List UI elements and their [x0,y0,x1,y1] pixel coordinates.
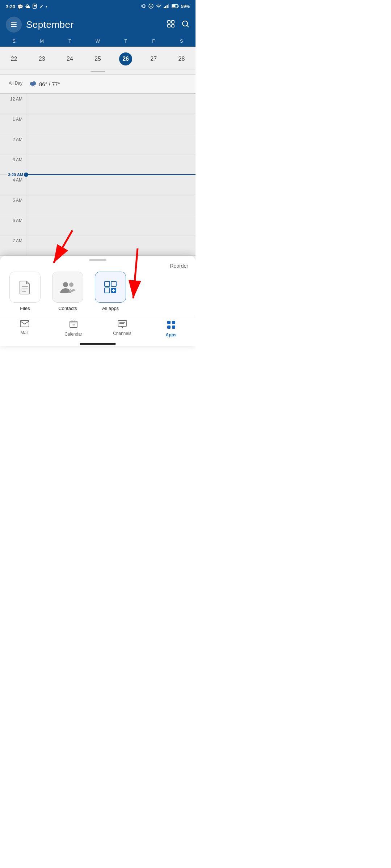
bottom-sheet: Reorder Files [0,256,196,346]
signal-icon [164,4,169,9]
grid-view-button[interactable] [167,20,175,30]
days-of-week-row: S M T W T F S [0,38,196,47]
svg-line-26 [187,25,189,27]
vibrate-icon [141,4,146,10]
svg-point-38 [69,282,73,287]
time-label-7am: 7 AM [0,235,26,255]
bottom-nav: Mail 26 Calendar [0,317,196,341]
current-time-label: 3:20 AM [0,173,26,177]
svg-rect-12 [165,6,166,8]
battery-icon [172,4,179,9]
app-contacts[interactable]: Contacts [49,272,87,311]
svg-rect-54 [167,321,171,324]
nav-calendar[interactable]: 26 Calendar [49,320,98,337]
timeslot-2am: 2 AM [0,134,196,154]
svg-rect-56 [167,326,171,329]
svg-rect-41 [105,288,110,293]
dow-friday: F [140,38,168,44]
svg-rect-21 [168,21,170,23]
allapps-label: All apps [102,306,119,311]
sheet-drag-handle[interactable] [0,256,196,263]
svg-point-37 [63,282,68,287]
date-25[interactable]: 25 [84,52,112,65]
app-allapps[interactable]: All apps [91,272,130,311]
files-label: Files [20,306,30,311]
status-time: 3:20 [6,4,15,9]
dow-monday: M [28,38,56,44]
date-22[interactable]: 22 [0,52,28,65]
weather-temp: 86° / 77° [39,81,60,87]
contacts-label: Contacts [58,306,77,311]
dow-saturday: S [168,38,196,44]
allday-row: All Day 86° / 77° [0,75,196,94]
app-files[interactable]: Files [6,272,44,311]
status-bar: 3:20 💬 🌥 ✓ ● [0,0,196,13]
dow-tuesday: T [56,38,84,44]
svg-rect-17 [178,5,178,7]
cloud-icon: 🌥 [25,4,30,9]
nav-apps[interactable]: Apps [147,320,196,337]
allapps-icon-box [95,272,126,303]
time-label-5am: 5 AM [0,195,26,215]
calendar-nav-icon: 26 [69,320,78,330]
timeslot-5am: 5 AM [0,195,196,215]
nav-mail[interactable]: Mail [0,320,49,337]
date-27[interactable]: 27 [140,52,168,65]
svg-point-25 [182,21,188,26]
channels-nav-icon [118,320,127,329]
dnd-icon [148,4,154,10]
bottom-sheet-wrapper: Reorder Files [0,256,196,346]
date-28[interactable]: 28 [168,52,196,65]
svg-rect-24 [172,25,174,27]
current-time-indicator: 3:20 AM [0,174,196,175]
timeslot-7am: 7 AM [0,235,196,256]
nav-calendar-label: Calendar [64,332,82,337]
svg-rect-13 [167,5,168,8]
date-23[interactable]: 23 [28,52,56,65]
status-left: 3:20 💬 🌥 ✓ ● [6,4,47,10]
svg-rect-22 [172,21,174,23]
timeslot-6am: 6 AM [0,215,196,235]
time-label-2am: 2 AM [0,134,26,154]
sheet-apps-row: Files Contacts [0,272,196,317]
dow-thursday: T [112,38,140,44]
dow-sunday: S [0,38,28,44]
mail-nav-icon [20,320,29,329]
time-label-6am: 6 AM [0,215,26,235]
timeslot-12am: 12 AM [0,94,196,114]
collapse-handle[interactable] [91,71,105,72]
nav-mail-label: Mail [20,330,28,335]
files-icon-box [9,272,41,303]
timeslot-3am: 3 AM [0,154,196,175]
status-right: 59% [141,4,190,10]
allday-label: All Day [0,75,26,86]
month-title: September [26,19,162,30]
contacts-icon-box [52,272,83,303]
date-24[interactable]: 24 [56,52,84,65]
date-26-today[interactable]: 26 [112,52,140,65]
svg-text:26: 26 [72,324,75,327]
svg-rect-51 [118,320,127,326]
notification-dot: ● [46,5,47,8]
svg-rect-55 [172,321,175,324]
timeslot-4am: 4 AM [0,175,196,195]
apps-nav-icon [167,320,176,331]
current-time-line [26,174,196,175]
time-label-4am: 4 AM [0,175,26,195]
time-label-3am: 3 AM [0,154,26,174]
calendar-header: September [0,13,196,38]
nav-channels[interactable]: Channels [98,320,147,337]
sim-icon [32,4,37,10]
reorder-button[interactable]: Reorder [0,263,196,272]
svg-rect-14 [168,4,169,8]
menu-button[interactable] [6,17,22,33]
svg-rect-39 [105,281,110,286]
home-indicator [0,341,196,346]
nav-channels-label: Channels [113,331,131,336]
search-button[interactable] [181,20,190,30]
svg-rect-23 [168,25,170,27]
svg-rect-57 [172,326,175,329]
whatsapp-icon: 💬 [17,4,23,9]
svg-rect-20 [11,26,17,27]
wifi-icon [156,4,161,9]
